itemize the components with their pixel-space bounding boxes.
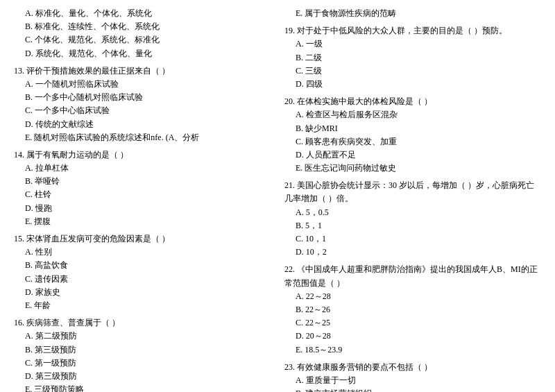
q16-option-d: D. 第三级预防 xyxy=(14,370,271,383)
q13-option-a: A. 一个随机对照临床试验 xyxy=(14,78,271,91)
option-a: A. 标准化、量化、个体化、系统化 xyxy=(14,7,271,20)
question-14-title: 14. 属于有氧耐力运动的是（ ） xyxy=(14,148,271,162)
q21-option-a: A. 5，0.5 xyxy=(284,206,541,219)
q20-option-c: C. 顾客患有疾病突发、加重 xyxy=(284,135,541,148)
question-16-title: 16. 疾病筛查、普查属于（ ） xyxy=(14,316,271,330)
q20-option-a: A. 检查区与检后服务区混杂 xyxy=(284,108,541,121)
q16-option-b: B. 第三级预防 xyxy=(14,343,271,357)
q14-option-d: D. 慢跑 xyxy=(14,202,271,215)
question-15: 15. 宋体肾血压发病可变的危险因素是（ ） A. 性别 B. 高盐饮食 C. … xyxy=(14,232,271,312)
q21-option-b: B. 5，1 xyxy=(284,219,541,232)
left-column: A. 标准化、量化、个体化、系统化 B. 标准化、连续性、个体化、系统化 C. … xyxy=(14,7,271,392)
question-14: 14. 属于有氧耐力运动的是（ ） A. 拉单杠体 B. 举哑铃 C. 柱铃 D… xyxy=(14,148,271,228)
q22-option-d: D. 20～28 xyxy=(284,330,541,343)
q22-option-a: A. 22～28 xyxy=(284,290,541,303)
q16-option-c: C. 第一级预防 xyxy=(14,357,271,370)
q22-option-e: E. 18.5～23.9 xyxy=(284,343,541,357)
q15-option-b: B. 高盐饮食 xyxy=(14,259,271,272)
q19-option-c: C. 三级 xyxy=(284,65,541,78)
question-13: 13. 评价干预措施效果的最佳正据来自（ ） A. 一个随机对照临床试验 B. … xyxy=(14,65,271,144)
q18-cont-option-e: E. 属于食物源性疾病的范畴 xyxy=(284,7,541,20)
q21-option-c: C. 10，1 xyxy=(284,232,541,246)
option-b: B. 标准化、连续性、个体化、系统化 xyxy=(14,20,271,33)
question-20-title: 20. 在体检实施中最大的体检风险是（ ） xyxy=(284,95,541,108)
q22-option-b: B. 22～26 xyxy=(284,303,541,316)
page: A. 标准化、量化、个体化、系统化 B. 标准化、连续性、个体化、系统化 C. … xyxy=(14,7,541,392)
q14-option-c: C. 柱铃 xyxy=(14,188,271,201)
q14-option-b: B. 举哑铃 xyxy=(14,175,271,188)
q20-option-e: E. 医生忘记询问药物过敏史 xyxy=(284,162,541,175)
question-15-title: 15. 宋体肾血压发病可变的危险因素是（ ） xyxy=(14,232,271,246)
q20-option-b: B. 缺少MRI xyxy=(284,122,541,135)
q21-option-d: D. 10，2 xyxy=(284,246,541,259)
q19-option-d: D. 四级 xyxy=(284,78,541,91)
q15-option-c: C. 遗传因素 xyxy=(14,273,271,286)
content-area: A. 标准化、量化、个体化、系统化 B. 标准化、连续性、个体化、系统化 C. … xyxy=(14,7,541,392)
q23-option-b: B. 建立市场营销组织 xyxy=(284,387,541,392)
q19-option-a: A. 一级 xyxy=(284,37,541,51)
question-21: 21. 美国心脏协会统计显示：30 岁以后，每增加（ ）岁，心脏病死亡几率增加（… xyxy=(284,179,541,259)
q13-option-b: B. 一个多中心随机对照临床试验 xyxy=(14,91,271,104)
option-d: D. 系统化、规范化、个体化、量化 xyxy=(14,47,271,60)
q20-option-d: D. 人员配置不足 xyxy=(284,148,541,162)
q16-option-e: E. 三级预防策略 xyxy=(14,383,271,392)
question-21-title: 21. 美国心脏协会统计显示：30 岁以后，每增加（ ）岁，心脏病死亡几率增加（… xyxy=(284,179,541,205)
q22-option-c: C. 22～25 xyxy=(284,316,541,330)
q15-option-d: D. 家族史 xyxy=(14,286,271,299)
question-23-title: 23. 有效健康服务营销的要点不包括（ ） xyxy=(284,361,541,374)
question-13-title: 13. 评价干预措施效果的最佳正据来自（ ） xyxy=(14,65,271,78)
question-18-cont: E. 属于食物源性疾病的范畴 xyxy=(284,7,541,20)
q15-option-a: A. 性别 xyxy=(14,246,271,259)
q23-option-a: A. 重质量于一切 xyxy=(284,374,541,387)
q14-option-e: E. 摆腹 xyxy=(14,215,271,228)
q13-option-c: C. 一个多中心临床试验 xyxy=(14,104,271,117)
question-19: 19. 对于处于中低风险的大众人群，主要的目的是（ ）预防。 A. 一级 B. … xyxy=(284,24,541,91)
question-19-title: 19. 对于处于中低风险的大众人群，主要的目的是（ ）预防。 xyxy=(284,24,541,37)
question-16: 16. 疾病筛查、普查属于（ ） A. 第二级预防 B. 第三级预防 C. 第一… xyxy=(14,316,271,392)
q14-option-a: A. 拉单杠体 xyxy=(14,162,271,175)
question-intro-options: A. 标准化、量化、个体化、系统化 B. 标准化、连续性、个体化、系统化 C. … xyxy=(14,7,271,60)
q19-option-b: B. 二级 xyxy=(284,51,541,65)
question-22-title: 22. 《中国成年人超重和肥胖防治指南》提出的我国成年人B、MI的正常范围值是（… xyxy=(284,263,541,289)
question-23: 23. 有效健康服务营销的要点不包括（ ） A. 重质量于一切 B. 建立市场营… xyxy=(284,361,541,392)
q15-option-e: E. 年龄 xyxy=(14,299,271,312)
question-22: 22. 《中国成年人超重和肥胖防治指南》提出的我国成年人B、MI的正常范围值是（… xyxy=(284,263,541,356)
q13-option-d: D. 传统的文献综述 xyxy=(14,118,271,131)
q16-option-a: A. 第二级预防 xyxy=(14,330,271,343)
question-20: 20. 在体检实施中最大的体检风险是（ ） A. 检查区与检后服务区混杂 B. … xyxy=(284,95,541,175)
right-column: E. 属于食物源性疾病的范畴 19. 对于处于中低风险的大众人群，主要的目的是（… xyxy=(284,7,541,392)
q13-option-e: E. 随机对照临床试验的系统综述和nfe. (A、分析 xyxy=(14,131,271,144)
option-c: C. 个体化、规范化、系统化、标准化 xyxy=(14,33,271,46)
